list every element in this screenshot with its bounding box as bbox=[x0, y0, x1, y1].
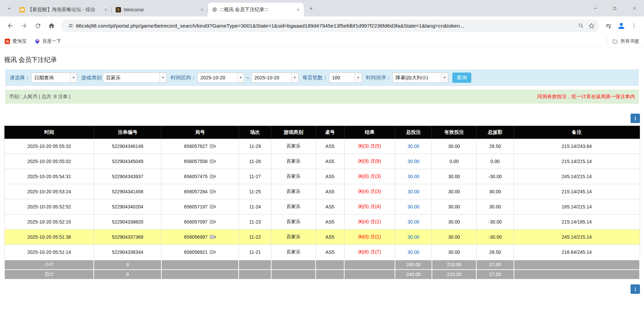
tab-title: 【新提醒】海燕策略论坛 - 综合 bbox=[28, 6, 100, 13]
column-header: 局号 bbox=[161, 126, 239, 139]
chevron-down-icon[interactable]: ▼ bbox=[291, 73, 298, 82]
video-replay-icon[interactable] bbox=[210, 250, 216, 254]
sort-label: 时间排序： bbox=[366, 75, 391, 81]
date-from-select[interactable]: 2025-10-20 ▼ bbox=[197, 73, 244, 83]
cell-valid-bet: 30.00 bbox=[432, 199, 476, 214]
summary-bar: 币别 : 人民币 | 总共 :8 注单 | 同局有效投注，统一计算在该局第一张注… bbox=[5, 90, 639, 104]
minimize-button[interactable] bbox=[586, 0, 605, 16]
cell-result: 闲(0)庄(3) bbox=[344, 169, 395, 184]
total-bet-link[interactable]: 30.00 bbox=[408, 219, 419, 225]
game-type-select[interactable]: 百家乐 ▼ bbox=[103, 73, 167, 83]
video-replay-icon[interactable] bbox=[210, 159, 216, 164]
mode-select[interactable]: 日期查询 ▼ bbox=[31, 73, 77, 83]
cell-time: 2025-10-20 05:55:32 bbox=[4, 139, 94, 154]
tab-welcome[interactable]: Welcome bbox=[112, 3, 208, 16]
profile-avatar-icon[interactable] bbox=[615, 20, 627, 32]
site-info-tune-icon[interactable] bbox=[65, 21, 76, 31]
cell-valid-bet: 30.00 bbox=[432, 230, 476, 245]
forward-button[interactable] bbox=[18, 19, 30, 32]
page-button[interactable]: 1 bbox=[631, 114, 640, 123]
url-text: 66cxkj98.com/ipl/portal.php/game/betreco… bbox=[76, 23, 575, 29]
column-header: 备注 bbox=[514, 126, 640, 139]
bookmark-aitaobao[interactable]: 淘 爱淘宝 bbox=[5, 38, 27, 44]
total-bet-link[interactable]: 30.00 bbox=[408, 144, 419, 149]
cell-valid-bet: 30.00 bbox=[432, 139, 476, 154]
cell-session: 11-21 bbox=[239, 245, 271, 260]
cell-round: 656057097 bbox=[161, 214, 239, 230]
chevron-down-icon[interactable]: ▼ bbox=[441, 73, 448, 82]
total-bet-link[interactable]: 30.00 bbox=[408, 204, 419, 209]
date-to-select[interactable]: 2025-10-20 ▼ bbox=[251, 73, 298, 83]
baidu-paw-icon bbox=[35, 39, 40, 44]
cell-time: 2025-10-20 05:54:31 bbox=[4, 169, 94, 184]
video-replay-icon[interactable] bbox=[210, 204, 216, 209]
result-banker: 庄(1) bbox=[370, 219, 381, 224]
bookmark-baidu[interactable]: 百度一下 bbox=[35, 38, 61, 44]
summary-cell bbox=[239, 270, 271, 279]
chevron-down-icon[interactable]: ▼ bbox=[355, 73, 362, 82]
round-number: 656057627 bbox=[184, 144, 208, 149]
search-button[interactable]: 查询 bbox=[452, 73, 471, 83]
cell-session: 11-23 bbox=[239, 214, 271, 230]
page-button[interactable]: 1 bbox=[631, 284, 640, 294]
page-size-value: 100 bbox=[329, 75, 355, 80]
all-bookmarks-button[interactable]: 所有书签 bbox=[607, 37, 639, 45]
bookmark-label: 百度一下 bbox=[42, 38, 61, 44]
bookmark-star-icon[interactable] bbox=[586, 21, 597, 31]
close-button[interactable] bbox=[625, 0, 644, 16]
video-replay-icon[interactable] bbox=[210, 220, 216, 224]
chevron-down-icon[interactable]: ▼ bbox=[70, 73, 77, 82]
back-button[interactable] bbox=[4, 19, 16, 32]
date-separator: ~ bbox=[246, 75, 249, 81]
summary-cell bbox=[161, 260, 239, 270]
maximize-button[interactable] bbox=[605, 0, 625, 16]
page-size-label: 每页笔数： bbox=[303, 75, 328, 81]
cell-bet-id: 522904336344 bbox=[94, 245, 161, 260]
mode-select-value: 日期查询 bbox=[32, 75, 70, 81]
cell-time: 2025-10-20 05:53:24 bbox=[4, 184, 94, 199]
table-row: 2025-10-20 05:52:52 522904340204 6560571… bbox=[4, 199, 640, 214]
result-banker: 庄(3) bbox=[370, 173, 381, 179]
page-size-select[interactable]: 100 ▼ bbox=[329, 73, 362, 83]
cell-game-type: 百家乐 bbox=[271, 199, 316, 214]
total-bet-link[interactable]: 30.00 bbox=[408, 249, 419, 255]
tab-bet-record[interactable]: :::视讯 会员下注纪录::: bbox=[208, 3, 304, 16]
cell-game-type: 百家乐 bbox=[271, 214, 316, 230]
address-bar[interactable]: 66cxkj98.com/ipl/portal.php/game/betreco… bbox=[61, 19, 599, 32]
sort-select[interactable]: 降幂(由大到小) ▼ bbox=[393, 73, 448, 83]
total-bet-link[interactable]: 30.00 bbox=[408, 159, 419, 164]
cell-valid-bet: 30.00 bbox=[432, 245, 476, 260]
new-tab-button[interactable] bbox=[306, 3, 316, 13]
cell-table-no: AS5 bbox=[316, 199, 344, 214]
media-controls-icon[interactable] bbox=[602, 19, 615, 32]
cell-total-bet: 30.00 bbox=[395, 154, 432, 169]
video-replay-icon[interactable] bbox=[210, 189, 216, 194]
browser-menu-icon[interactable] bbox=[628, 19, 640, 32]
tab-close-icon[interactable] bbox=[199, 7, 205, 13]
tab-search-chevron-icon[interactable] bbox=[4, 3, 14, 13]
zoom-icon[interactable] bbox=[575, 21, 586, 31]
total-bet-link[interactable]: 30.00 bbox=[408, 189, 419, 194]
home-button[interactable] bbox=[45, 19, 58, 32]
cell-round: 656056997 bbox=[161, 230, 239, 245]
cell-payout: 28.50 bbox=[476, 139, 514, 154]
video-replay-icon[interactable] bbox=[210, 235, 216, 239]
reload-button[interactable] bbox=[32, 19, 44, 32]
total-bet-link[interactable]: 30.00 bbox=[408, 234, 419, 240]
summary-cell bbox=[514, 270, 640, 279]
chevron-down-icon[interactable]: ▼ bbox=[237, 73, 244, 82]
bookmark-label: 爱淘宝 bbox=[12, 38, 27, 44]
chevron-down-icon[interactable]: ▼ bbox=[159, 73, 166, 82]
total-bet-link[interactable]: 30.00 bbox=[408, 174, 419, 179]
video-replay-icon[interactable] bbox=[210, 174, 216, 179]
tab-close-icon[interactable] bbox=[103, 7, 109, 13]
globe-icon bbox=[212, 7, 217, 12]
summary-cell bbox=[271, 270, 316, 279]
cell-round: 656057558 bbox=[161, 154, 239, 169]
video-replay-icon[interactable] bbox=[210, 144, 216, 149]
round-number: 656056921 bbox=[184, 249, 208, 255]
tab-close-icon[interactable] bbox=[295, 7, 301, 13]
page-content: 视讯 会员下注纪录 请选择： 日期查询 ▼ 游戏类别 百家乐 ▼ 时间区间： 2… bbox=[0, 55, 644, 294]
cell-game-type: 百家乐 bbox=[271, 139, 316, 154]
tab-forum[interactable]: 【新提醒】海燕策略论坛 - 综合 bbox=[15, 3, 112, 16]
